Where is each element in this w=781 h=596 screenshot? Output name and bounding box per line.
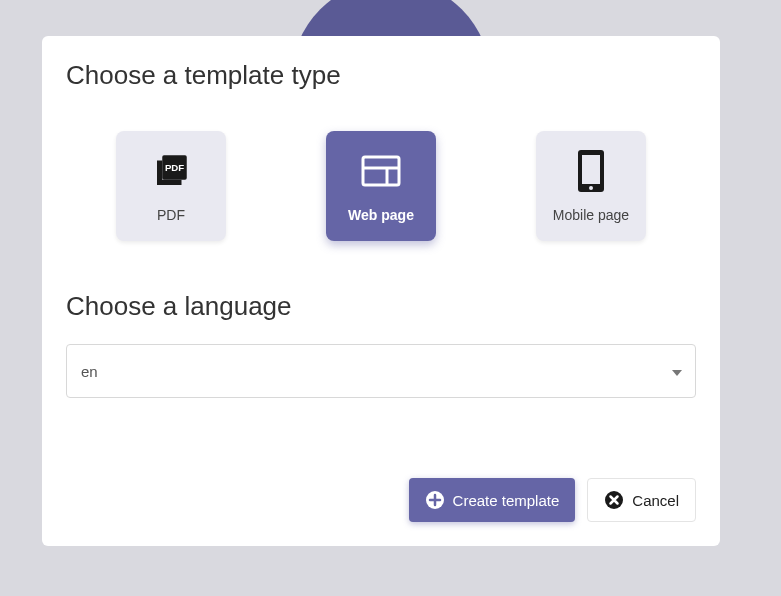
language-title: Choose a language	[66, 291, 696, 322]
template-option-webpage[interactable]: Web page	[326, 131, 436, 241]
template-option-label: Web page	[348, 207, 414, 223]
template-option-mobilepage[interactable]: Mobile page	[536, 131, 646, 241]
template-option-label: PDF	[157, 207, 185, 223]
create-template-modal: Choose a template type PDF PDF	[42, 36, 720, 546]
create-template-button[interactable]: Create template	[409, 478, 576, 522]
plus-circle-icon	[425, 490, 445, 510]
template-type-title: Choose a template type	[66, 60, 696, 91]
pdf-icon: PDF	[150, 149, 192, 193]
template-type-options: PDF PDF Web page	[66, 131, 696, 241]
cancel-button[interactable]: Cancel	[587, 478, 696, 522]
svg-point-9	[589, 186, 593, 190]
modal-footer: Create template Cancel	[66, 458, 696, 522]
create-template-label: Create template	[453, 492, 560, 509]
svg-rect-8	[582, 155, 600, 184]
svg-rect-3	[157, 180, 182, 185]
svg-text:PDF: PDF	[165, 162, 184, 173]
cancel-label: Cancel	[632, 492, 679, 509]
mobile-icon	[576, 149, 606, 193]
webpage-icon	[361, 149, 401, 193]
language-select[interactable]: en	[66, 344, 696, 398]
template-option-pdf[interactable]: PDF PDF	[116, 131, 226, 241]
language-select-wrapper: en	[66, 344, 696, 398]
cancel-circle-icon	[604, 490, 624, 510]
svg-rect-4	[363, 157, 399, 185]
template-option-label: Mobile page	[553, 207, 629, 223]
